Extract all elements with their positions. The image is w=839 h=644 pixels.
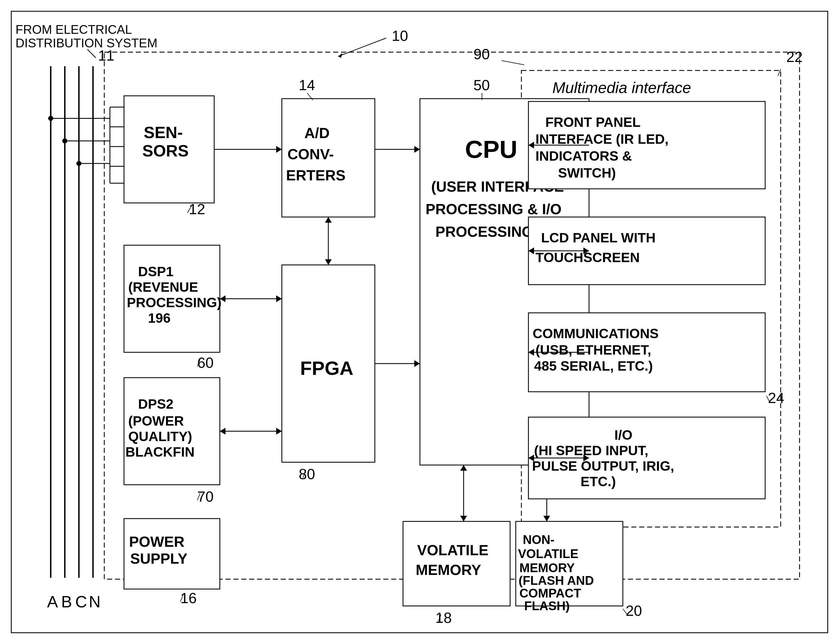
ad-erters-label: ERTERS: [286, 167, 345, 184]
ref-22-label: 22: [786, 49, 803, 65]
nonvol-line3: MEMORY: [519, 561, 575, 575]
ref-20-label: 20: [626, 603, 642, 619]
power-supply-line2: SUPPLY: [130, 550, 187, 567]
nonvol-line6: FLASH): [524, 599, 570, 613]
ref-11-label: 11: [98, 48, 115, 64]
sensors-label: SEN-: [144, 123, 183, 141]
ref-90-label: 90: [473, 46, 490, 62]
from-electrical-label: FROM ELECTRICAL: [15, 23, 132, 36]
dsp2-line2: (POWER: [128, 414, 184, 429]
fp-line4: SWITCH): [558, 166, 616, 181]
cpu-sub3: PROCESSING): [435, 223, 538, 240]
label-b: B: [61, 592, 72, 611]
cpu-sub2: PROCESSING & I/O: [425, 201, 562, 217]
nonvol-line5: COMPACT: [519, 586, 581, 600]
ref-16-label: 16: [181, 590, 197, 606]
ref-70-label: 70: [197, 488, 213, 505]
io-line3: PULSE OUTPUT, IRIG,: [532, 458, 674, 473]
comm-line1: COMMUNICATIONS: [533, 326, 658, 341]
ref-12-label: 12: [189, 201, 205, 217]
dsp1-line2: (REVENUE: [128, 279, 198, 294]
dsp1-line3: PROCESSING): [127, 295, 222, 310]
ad-title-label: A/D: [304, 125, 330, 141]
label-n: N: [89, 592, 101, 611]
fp-line2: INTERFACE (IR LED,: [535, 131, 668, 146]
svg-point-16: [62, 138, 67, 143]
fp-line3: INDICATORS &: [535, 148, 632, 163]
io-line4: ETC.): [581, 474, 616, 489]
svg-point-14: [48, 116, 53, 121]
volatile-line2: MEMORY: [416, 562, 481, 578]
io-line1: I/O: [614, 427, 632, 442]
diagram-container: 10 90 22 Multimedia interface FROM ELECT…: [0, 0, 839, 644]
multimedia-interface-label: Multimedia interface: [552, 79, 691, 96]
ad-conv-label: CONV-: [287, 146, 334, 162]
nonvol-line2: VOLATILE: [518, 547, 578, 560]
dsp1-line1: DSP1: [138, 264, 173, 279]
fpga-label: FPGA: [300, 357, 353, 379]
io-line2: (HI SPEED INPUT,: [534, 443, 648, 458]
svg-point-18: [76, 161, 82, 166]
label-c: C: [75, 592, 87, 611]
sensors-label2: SORS: [142, 141, 189, 160]
nonvol-line4: (FLASH AND: [519, 573, 594, 587]
ref-18-label: 18: [435, 610, 452, 626]
dsp2-line4: BLACKFIN: [125, 444, 194, 459]
cpu-label: CPU: [465, 135, 517, 163]
fp-line1: FRONT PANEL: [545, 115, 640, 130]
comm-line3: 485 SERIAL, ETC.): [534, 358, 653, 373]
from-electrical-label2: DISTRIBUTION SYSTEM: [15, 36, 158, 50]
power-supply-line1: POWER: [129, 534, 184, 550]
dsp2-line3: QUALITY): [128, 429, 192, 444]
comm-line2: (USB, ETHERNET,: [535, 342, 651, 357]
dsp2-line1: DPS2: [138, 396, 173, 411]
ref-60-label: 60: [197, 355, 213, 371]
ref-50-label: 50: [473, 77, 490, 93]
ref-10-label: 10: [392, 28, 408, 44]
lcd-line1: LCD PANEL WITH: [541, 230, 655, 245]
label-a: A: [47, 592, 58, 611]
nonvol-line1: NON-: [523, 533, 554, 547]
ref-80-label: 80: [299, 466, 315, 482]
lcd-line2: TOUCHSCREEN: [535, 250, 640, 265]
dsp1-line4: 196: [148, 310, 171, 325]
ref-14-label: 14: [299, 77, 315, 93]
volatile-line1: VOLATILE: [417, 542, 488, 558]
ref-24-label: 24: [768, 390, 784, 406]
